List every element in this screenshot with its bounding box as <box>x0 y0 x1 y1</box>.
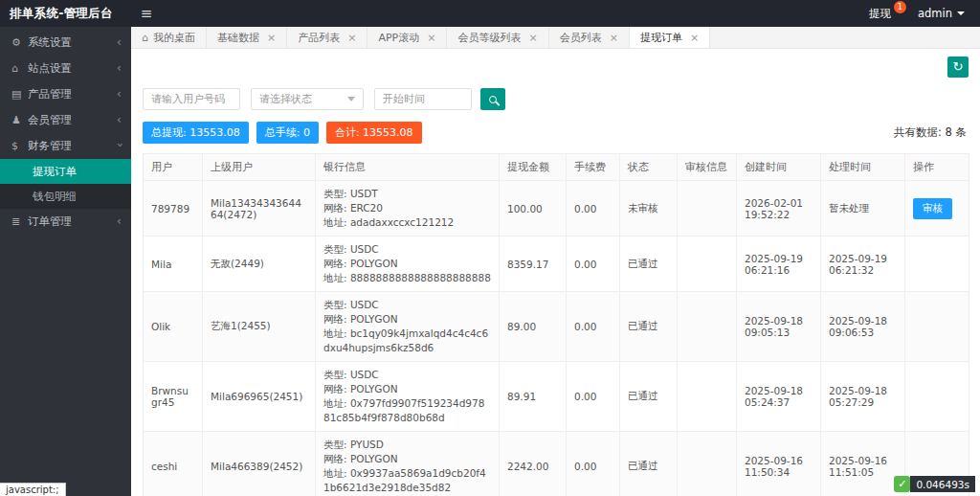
cell-fee: 0.00 <box>567 181 620 237</box>
sidebar-item-withdraw-orders[interactable]: 提现订单 <box>0 159 131 184</box>
cell-audit-info <box>678 432 737 496</box>
cell-fee: 0.00 <box>567 237 620 292</box>
tab-close-icon[interactable]: × <box>610 32 618 44</box>
cell-user: Olik <box>144 292 203 362</box>
cell-processed-time: 2025-09-16 11:51:05 <box>821 432 905 496</box>
tab-app-scroll[interactable]: APP滚动× <box>368 27 447 48</box>
sidebar-item-label: 站点设置 <box>28 61 117 76</box>
cell-audit-info <box>678 362 737 432</box>
withdraw-label: 提现 <box>869 7 891 20</box>
cell-action: 审核 <box>905 181 969 237</box>
status-select[interactable]: 请选择状态 <box>251 88 364 110</box>
tab-member-level-list[interactable]: 会员等级列表× <box>447 27 548 48</box>
cell-user: 789789 <box>144 181 203 237</box>
table-row: Mila 无敌(2449) 类型: USDC 网络: POLYGON 地址: 8… <box>144 237 969 292</box>
cell-amount: 8359.17 <box>500 237 567 292</box>
tab-close-icon[interactable]: × <box>528 32 537 44</box>
tab-product-list[interactable]: 产品列表× <box>287 27 368 48</box>
bank-address: 地址: 0x9937aa5869a1d9cb20f41b6621d3e2918d… <box>323 466 491 495</box>
column-header: 创建时间 <box>737 154 821 181</box>
sidebar-item-member-management[interactable]: ♟会员管理‹ <box>0 107 131 133</box>
hamburger-menu-icon[interactable]: ≡ <box>131 0 162 27</box>
sidebar-item-order-management[interactable]: ≣订单管理‹ <box>0 209 131 235</box>
sidebar-item-label: 产品管理 <box>28 87 117 101</box>
table-row: ceshi Mila466389(2452) 类型: PYUSD 网络: POL… <box>144 432 969 496</box>
bank-type: 类型: USDT <box>323 187 491 201</box>
tab-close-icon[interactable]: × <box>267 32 276 44</box>
tab-member-list[interactable]: 会员列表× <box>549 27 630 48</box>
cell-status: 已通过 <box>620 432 678 496</box>
gear-icon: ⚙ <box>11 36 28 49</box>
tab-label: 产品列表 <box>298 31 340 45</box>
table-row: Brwnsugr45 Mila696965(2451) 类型: USDC 网络:… <box>144 362 969 432</box>
search-icon <box>489 96 497 103</box>
app-window: 排单系统-管理后台 ≡ 提现 1 admin ⚙系统设置‹⌂站点设置‹▤产品管理… <box>0 0 980 496</box>
bank-type: 类型: USDC <box>323 242 491 257</box>
toolbar: ↻ <box>143 56 969 79</box>
content-panel: ↻ 请选择状态 总提现: 13553.08 总手续: <box>131 49 980 496</box>
sidebar-item-system-settings[interactable]: ⚙系统设置‹ <box>0 30 131 56</box>
cell-status: 已通过 <box>620 292 678 362</box>
column-header: 状态 <box>620 154 678 181</box>
sidebar-item-label: 会员管理 <box>28 113 117 127</box>
header-right: 提现 1 admin <box>869 7 980 21</box>
search-button[interactable] <box>480 88 505 110</box>
start-time-input[interactable] <box>374 88 472 110</box>
bank-network: 网络: POLYGON <box>323 452 491 466</box>
cell-parent-user: Mila1343434364464(2472) <box>203 181 316 237</box>
app-title: 排单系统-管理后台 <box>0 6 131 22</box>
total-fee-badge: 总手续: 0 <box>256 122 319 144</box>
header-withdraw-link[interactable]: 提现 1 <box>869 7 891 21</box>
tab-close-icon[interactable]: × <box>690 32 699 44</box>
performance-icon: ✓ <box>894 476 910 492</box>
performance-badge: ✓ 0.046493s <box>894 476 975 492</box>
bank-type: 类型: USDC <box>323 368 491 382</box>
column-header: 操作 <box>905 154 969 181</box>
sidebar-item-wallet-details[interactable]: 钱包明细 <box>0 184 131 209</box>
top-header: 排单系统-管理后台 ≡ 提现 1 admin <box>0 0 980 27</box>
bank-network: 网络: POLYGON <box>323 312 491 327</box>
main-area: ⌂我的桌面基础数据×产品列表×APP滚动×会员等级列表×会员列表×提现订单× ↻… <box>131 27 980 496</box>
sidebar-item-finance-management[interactable]: $财务管理‹ <box>0 133 131 159</box>
cell-user: ceshi <box>144 432 203 496</box>
cell-amount: 100.00 <box>500 181 567 237</box>
cell-amount: 89.00 <box>500 292 567 362</box>
order-icon: ≣ <box>11 215 28 228</box>
refresh-button[interactable]: ↻ <box>947 56 969 78</box>
sidebar-item-label: 系统设置 <box>28 35 117 50</box>
bank-address: 地址: bc1qy09k4jmxalqd4c4c4c6dxu4hupsjms6k… <box>323 327 491 355</box>
audit-button[interactable]: 审核 <box>913 198 952 219</box>
user-menu[interactable]: admin <box>918 7 965 20</box>
tab-close-icon[interactable]: × <box>347 32 356 44</box>
render-time: 0.046493s <box>910 476 975 492</box>
table-header-row: 用户上级用户银行信息提现金额手续费状态审核信息创建时间处理时间操作 <box>144 154 969 181</box>
chevron-down-icon: ‹ <box>112 143 126 147</box>
chevron-left-icon: ‹ <box>117 214 122 228</box>
cell-bank-info: 类型: USDC 网络: POLYGON 地址: 888888888888888… <box>316 237 500 292</box>
cell-processed-time: 2025-09-18 09:06:53 <box>821 292 905 362</box>
sidebar-item-site-settings[interactable]: ⌂站点设置‹ <box>0 56 131 81</box>
cell-action <box>905 292 969 362</box>
cell-user: Mila <box>144 237 203 292</box>
home-icon: ⌂ <box>142 32 148 44</box>
tab-my-desktop[interactable]: ⌂我的桌面 <box>131 27 207 48</box>
tab-withdraw-orders[interactable]: 提现订单× <box>630 27 710 48</box>
user-number-input[interactable] <box>143 88 240 110</box>
cell-status: 未审核 <box>620 181 678 237</box>
tab-label: 会员列表 <box>560 31 602 45</box>
column-header: 银行信息 <box>316 154 500 181</box>
cell-bank-info: 类型: USDC 网络: POLYGON 地址: bc1qy09k4jmxalq… <box>316 292 500 362</box>
tab-label: 我的桌面 <box>153 31 195 45</box>
tab-close-icon[interactable]: × <box>427 32 435 44</box>
bank-network: 网络: ERC20 <box>323 201 491 215</box>
cell-bank-info: 类型: PYUSD 网络: POLYGON 地址: 0x9937aa5869a1… <box>316 432 500 496</box>
sidebar-item-product-management[interactable]: ▤产品管理‹ <box>0 81 131 107</box>
column-header: 手续费 <box>567 154 620 181</box>
column-header: 处理时间 <box>821 154 905 181</box>
tab-label: 会员等级列表 <box>457 31 521 45</box>
tab-base-data[interactable]: 基础数据× <box>207 27 287 48</box>
total-withdraw-badge: 总提现: 13553.08 <box>143 122 249 144</box>
table-body: 789789 Mila1343434364464(2472) 类型: USDT … <box>144 181 969 496</box>
total-sum-badge: 合计: 13553.08 <box>326 122 422 144</box>
stats-row: 总提现: 13553.08 总手续: 0 合计: 13553.08 共有数据: … <box>143 122 969 144</box>
